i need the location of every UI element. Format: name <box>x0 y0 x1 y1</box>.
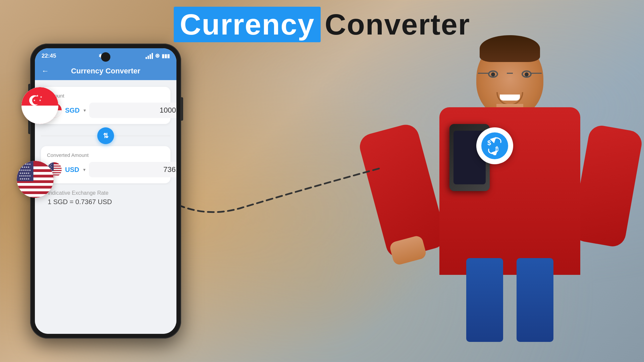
amount-input-field[interactable] <box>89 103 176 118</box>
floating-sgd-flag: ★ ★ ★ ★ ★ <box>21 87 58 124</box>
converted-amount-field <box>89 162 176 177</box>
amount-label: Amount <box>47 93 164 99</box>
status-time: 22:45 <box>42 53 56 59</box>
swap-button[interactable]: ⇅ <box>97 127 114 144</box>
sgd-dropdown-arrow[interactable]: ▾ <box>84 108 86 113</box>
swap-icon: ⇅ <box>103 132 109 140</box>
wifi-icon: ⊛ <box>155 52 160 59</box>
svg-text:★: ★ <box>39 99 41 102</box>
sgd-currency-code[interactable]: SGD <box>65 107 79 114</box>
phone-mockup: 22:45 ✱ ⊛ ▮▮▮ ← Currency Converter <box>30 44 181 345</box>
converted-currency-row: ★ ★ ★ ★ ★ ★ ★ ★ ★ ★ ★ ★ ★ USD ▾ <box>47 162 164 177</box>
svg-text:$: $ <box>487 139 491 146</box>
amount-card: Amount ★ ★ ★ ★ <box>41 87 170 124</box>
app-header: ← Currency Converter <box>35 62 176 80</box>
phone-outer-frame: 22:45 ✱ ⊛ ▮▮▮ ← Currency Converter <box>30 44 181 339</box>
svg-text:★: ★ <box>36 94 39 97</box>
page-title: Currency Converter <box>174 7 470 42</box>
amount-currency-row: ★ ★ ★ ★ ★ SGD ▾ <box>47 103 164 118</box>
power-button <box>181 97 183 121</box>
back-arrow-icon[interactable]: ← <box>42 67 49 75</box>
person-container <box>342 0 644 362</box>
svg-text:★★★★★★: ★★★★★★ <box>19 169 31 171</box>
status-icons: ⊛ ▮▮▮ <box>146 52 170 59</box>
svg-rect-15 <box>17 189 54 191</box>
svg-rect-14 <box>17 183 54 186</box>
signal-icon <box>146 53 153 59</box>
svg-text:₿: ₿ <box>495 146 498 153</box>
usd-dropdown-arrow[interactable]: ▾ <box>83 167 86 172</box>
person-arm-left <box>357 122 448 260</box>
exchange-rate-section: Indicative Exchange Rate 1 SGD = 0.7367 … <box>41 185 170 209</box>
svg-text:★★★★★: ★★★★★ <box>19 172 30 174</box>
converted-card: Converted Amount <box>41 146 170 183</box>
exchange-rate-label: Indicative Exchange Rate <box>48 190 164 196</box>
svg-text:★: ★ <box>33 99 36 102</box>
camera-notch <box>101 52 110 62</box>
converted-label: Converted Amount <box>47 152 164 158</box>
floating-usd-flag: ★★★★★★ ★★★★★ ★★★★★★ ★★★★★ ★★★★★★ ★★★★★ <box>17 161 54 198</box>
swap-section: ⇅ <box>41 127 170 144</box>
title-converter-word: Converter <box>325 7 470 42</box>
svg-text:★: ★ <box>32 96 35 99</box>
exchange-rate-value: 1 SGD = 0.7367 USD <box>48 198 164 206</box>
person-body <box>392 34 627 362</box>
svg-text:★: ★ <box>40 96 42 99</box>
person-torso <box>439 107 580 275</box>
svg-text:★★★★★★: ★★★★★★ <box>19 175 31 177</box>
battery-icon: ▮▮▮ <box>162 53 170 59</box>
title-currency-word: Currency <box>174 7 321 42</box>
person-arm-right <box>571 124 644 248</box>
exchange-icon-inner: $ ₿ <box>481 132 508 159</box>
page-title-container: Currency Converter <box>0 7 644 42</box>
svg-text:★★★★★: ★★★★★ <box>19 178 30 180</box>
exchange-icon-float: $ ₿ <box>476 127 513 164</box>
phone-screen: 22:45 ✱ ⊛ ▮▮▮ ← Currency Converter <box>35 48 176 334</box>
usd-currency-code[interactable]: USD <box>65 166 79 174</box>
app-header-title: Currency Converter <box>54 67 158 75</box>
app-content: Amount ★ ★ ★ ★ <box>35 80 176 334</box>
